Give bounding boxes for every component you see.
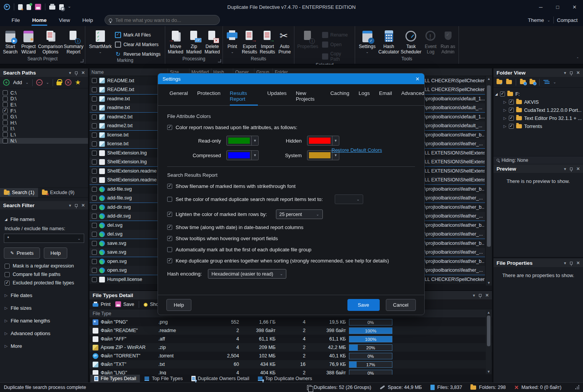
dialog-tab[interactable]: General bbox=[169, 90, 188, 105]
expand-icon[interactable]: ▷ bbox=[503, 124, 507, 128]
menu-tab[interactable]: Help bbox=[76, 15, 99, 25]
tab-search[interactable]: Search (1) bbox=[0, 188, 38, 197]
dialog-launcher-icon[interactable] bbox=[218, 59, 221, 62]
tree-node[interactable]: ▷ Text Editor Pro 32.1.1 + ... bbox=[495, 114, 581, 122]
pin-icon[interactable] bbox=[75, 204, 78, 207]
open-button[interactable]: Open bbox=[321, 41, 353, 48]
tree-root[interactable]: ◢ F: bbox=[495, 90, 581, 98]
row-checkbox[interactable] bbox=[92, 187, 97, 192]
tree-checkbox[interactable] bbox=[509, 116, 514, 121]
pin-icon[interactable] bbox=[75, 71, 78, 74]
row-checkbox[interactable] bbox=[92, 250, 97, 255]
hash-calculator-button[interactable]: Hash Calculator bbox=[378, 28, 400, 55]
close-panel-icon[interactable]: ✕ bbox=[576, 166, 580, 171]
add-path-icon[interactable]: + bbox=[3, 79, 10, 86]
expand-icon[interactable]: ▷ bbox=[503, 116, 507, 120]
file-type-row[interactable]: Файл "AFF" .aff 4 61,1 КБ 4 61,1 КБ 100% bbox=[90, 335, 492, 343]
row-checkbox[interactable] bbox=[92, 87, 97, 92]
dialog-tab[interactable]: Caching bbox=[330, 90, 349, 105]
row-checkbox[interactable] bbox=[92, 205, 97, 210]
chevron-down-icon[interactable]: ⌄ bbox=[547, 18, 550, 22]
folder-icon[interactable] bbox=[506, 80, 512, 84]
dialog-tab[interactable]: Protection bbox=[197, 90, 221, 105]
chevron-down-icon[interactable]: ⌄ bbox=[46, 80, 49, 85]
row-checkbox[interactable] bbox=[92, 159, 97, 164]
tab-top-file-types[interactable]: Top File Types bbox=[141, 375, 186, 382]
auto-mark-option[interactable]: Automatically mark all but the first of … bbox=[167, 247, 415, 252]
print-preview-icon[interactable] bbox=[59, 4, 64, 10]
compact-toggle[interactable]: Compact bbox=[557, 17, 578, 23]
drive-item[interactable]: E:\ bbox=[0, 102, 88, 108]
row-checkbox[interactable] bbox=[92, 141, 97, 146]
start-search-button[interactable]: ▶ Start Search bbox=[2, 28, 19, 55]
color-rows-checkbox[interactable] bbox=[167, 125, 172, 130]
read-only-color-dropdown[interactable]: ▼ bbox=[226, 136, 259, 146]
close-panel-icon[interactable]: ✕ bbox=[81, 70, 85, 75]
drive-checkbox[interactable] bbox=[3, 102, 8, 107]
dialog-tab[interactable]: Advanced bbox=[401, 90, 424, 105]
column-header[interactable]: Name bbox=[90, 68, 168, 76]
export-results-button[interactable]: → Export Results bbox=[241, 28, 258, 55]
drive-checkbox[interactable] bbox=[3, 120, 8, 125]
row-checkbox[interactable] bbox=[92, 78, 97, 83]
rename-button[interactable]: Rename bbox=[321, 32, 353, 38]
row-checkbox[interactable] bbox=[92, 169, 97, 174]
strikethrough-option[interactable]: Show filename of marked items with strik… bbox=[167, 183, 415, 189]
collapse-ribbon-icon[interactable]: ˆ bbox=[577, 57, 578, 61]
drive-item[interactable]: L:\ bbox=[0, 132, 88, 138]
project-wizard-button[interactable]: ✶ Project Wizard bbox=[20, 28, 37, 55]
drive-item[interactable]: H:\ bbox=[0, 120, 88, 126]
file-type-row[interactable]: Архив ZIP - WinRAR .zip 4 209 МБ 2 42,2 … bbox=[90, 343, 492, 352]
auto-prune-button[interactable]: ✂ Auto Prune bbox=[277, 28, 292, 55]
drive-checkbox[interactable] bbox=[3, 115, 8, 120]
favorites-icon[interactable]: ★ bbox=[75, 78, 81, 86]
row-checkbox[interactable] bbox=[92, 241, 97, 246]
lighten-rows-checkbox[interactable] bbox=[167, 212, 172, 217]
copy-path-button[interactable]: Copy Path bbox=[321, 51, 353, 62]
drive-item[interactable]: N:\ bbox=[0, 138, 88, 144]
panel-menu-icon[interactable]: ▾ bbox=[69, 71, 71, 75]
hidden-color-dropdown[interactable]: ▼ bbox=[307, 136, 339, 146]
marked-text-color-checkbox[interactable] bbox=[167, 197, 172, 202]
compressed-color-dropdown[interactable]: ▼ bbox=[226, 150, 259, 160]
menu-tab[interactable]: View bbox=[53, 15, 76, 25]
reverse-markings-button[interactable]: ↻Reverse Markings bbox=[113, 51, 162, 58]
row-checkbox[interactable] bbox=[92, 196, 97, 201]
remove-path-icon[interactable]: − bbox=[36, 79, 43, 86]
tree-node[interactable]: ▷ AKVIS bbox=[495, 98, 581, 106]
tree-checkbox[interactable] bbox=[509, 100, 514, 105]
filter-section[interactable]: ▷More bbox=[5, 343, 83, 349]
minimize-button[interactable]: ─ bbox=[532, 0, 549, 14]
tree-checkbox[interactable] bbox=[509, 108, 514, 113]
event-log-button[interactable]: ! Event Log bbox=[423, 28, 439, 55]
tooltips-option[interactable]: Show tooltips when hovering over report … bbox=[167, 236, 415, 241]
file-type-row[interactable]: Файл "LNG" .lng 4 404 КБ 2 388 байт 0% bbox=[90, 369, 492, 375]
filter-checkbox[interactable] bbox=[5, 272, 10, 277]
pin-icon[interactable] bbox=[570, 262, 573, 264]
save-table-button[interactable]: Save bbox=[115, 301, 135, 307]
run-search-icon[interactable] bbox=[4, 4, 10, 10]
comparison-options-button[interactable]: Comparison Options bbox=[38, 28, 63, 55]
drive-checkbox[interactable] bbox=[3, 126, 8, 131]
maximize-button[interactable]: □ bbox=[549, 0, 566, 14]
new-project-icon[interactable] bbox=[18, 4, 23, 10]
marked-text-color-dropdown[interactable]: ⌄ bbox=[335, 194, 363, 204]
close-panel-icon[interactable]: ✕ bbox=[576, 261, 580, 266]
keep-groups-checkbox[interactable] bbox=[167, 258, 172, 263]
run-as-admin-button[interactable]: Run as Admin bbox=[440, 28, 457, 55]
check-folder-icon[interactable] bbox=[497, 80, 502, 84]
folder-sync-icon[interactable] bbox=[520, 80, 526, 84]
expand-icon[interactable]: ▷ bbox=[503, 100, 507, 104]
theme-menu[interactable]: Theme bbox=[528, 17, 544, 23]
row-checkbox[interactable] bbox=[92, 232, 97, 237]
row-checkbox[interactable] bbox=[92, 268, 97, 273]
zip-marked-button[interactable]: ZIP Zip Marked bbox=[185, 28, 203, 55]
drive-checkbox[interactable] bbox=[3, 132, 8, 137]
mark-all-files-button[interactable]: Mark All Files bbox=[113, 32, 162, 38]
panel-menu-icon[interactable]: ▾ bbox=[564, 167, 566, 171]
filter-checkbox-row[interactable]: Excluded protected file types bbox=[5, 280, 83, 286]
show-time-option[interactable]: Show time (along with date) in date-base… bbox=[167, 224, 415, 230]
file-type-row[interactable]: Файл "TORRENT" .torrent 2,504 102 МБ 2 4… bbox=[90, 352, 492, 360]
tell-me-search[interactable] bbox=[105, 15, 220, 25]
panel-menu-icon[interactable]: ▾ bbox=[473, 293, 475, 297]
